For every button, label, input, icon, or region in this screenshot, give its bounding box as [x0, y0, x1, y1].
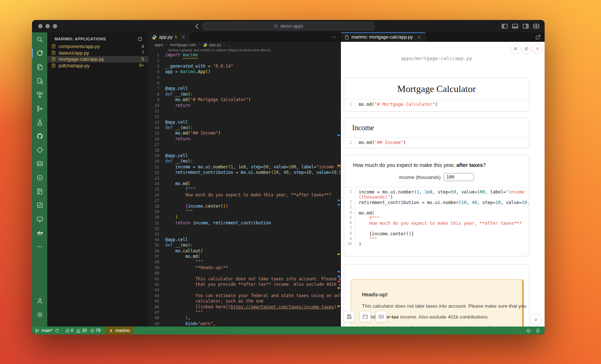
line-number: 1 [344, 189, 355, 195]
code-line: 14def __(mo): [148, 125, 341, 131]
activity-item-copy[interactable] [32, 60, 47, 74]
git-branch-item[interactable]: main* [32, 327, 62, 335]
copy-icon [36, 64, 43, 71]
activity-item-search[interactable] [32, 32, 47, 46]
breadcrumb-item[interactable]: apps [154, 43, 163, 47]
cell-code-line: 7 [344, 226, 529, 231]
activity-item-github[interactable] [32, 129, 47, 143]
line-number: 9 [148, 97, 165, 103]
income-input[interactable] [443, 173, 474, 181]
notifications-bell-icon[interactable] [536, 328, 540, 333]
breadcrumb-item[interactable]: app.py [209, 43, 222, 47]
line-content: retirement_contribution = mo.ui.number(1… [165, 170, 341, 175]
activity-item-account[interactable] [32, 294, 47, 308]
line-number: 43 [148, 287, 165, 293]
cell-code[interactable]: 1mo.md("## Income") [344, 137, 529, 147]
line-number: 28 [148, 204, 165, 209]
activity-item-run-circle[interactable] [32, 171, 47, 184]
tab-marimo-preview[interactable]: marimo: mortgage-calc/app.py [341, 32, 426, 42]
activity-item-marimo[interactable] [32, 46, 47, 60]
close-icon[interactable] [417, 35, 422, 40]
cell-code[interactable]: 1income = mo.ui.number(1, 1e8, step=50, … [344, 187, 529, 249]
activity-item-docker[interactable] [32, 226, 47, 240]
sidebar-file-components/app.py[interactable]: components/app.py4 [47, 43, 148, 50]
customize-layout-icon[interactable] [533, 23, 540, 29]
close-window-button[interactable] [38, 24, 43, 28]
file-name: dataviz/app.py [59, 50, 89, 56]
more-actions-icon[interactable] [331, 34, 337, 40]
line-content: """ [165, 310, 203, 315]
activity-item-checklist[interactable] [32, 198, 47, 212]
code-line: 20def __(mo): [148, 159, 341, 164]
minimize-window-button[interactable] [45, 24, 50, 28]
python-icon [203, 43, 207, 47]
chevron-right-icon [165, 43, 168, 47]
github-icon [36, 133, 43, 140]
refresh-icon[interactable] [137, 36, 143, 42]
activity-item-file-search[interactable] [32, 74, 47, 88]
zoom-window-button[interactable] [53, 24, 57, 28]
codelens-authors[interactable]: Akshay Agrawal, last month | 2 authors (… [148, 48, 341, 52]
line-content: that you provide **after-tax** income. A… [165, 282, 341, 287]
code-line: 21 income = mo.ui.number(1, 1e8, step=50… [148, 164, 341, 170]
line-content: You can estimate your federal and state … [165, 293, 341, 299]
settings-button[interactable] [521, 44, 532, 54]
activity-item-git-merge[interactable] [32, 101, 47, 115]
activity-item-remote-window[interactable] [32, 157, 47, 171]
save-button[interactable] [343, 311, 355, 322]
line-number: 3 [344, 205, 355, 210]
marimo-icon [36, 50, 43, 57]
activity-item-symbols[interactable] [32, 143, 47, 157]
code-line: 33 [148, 232, 341, 237]
marimo-status-item[interactable]: marimo [105, 327, 134, 335]
keyboard-shortcuts-button[interactable] [375, 311, 387, 322]
shutdown-button[interactable] [532, 44, 542, 54]
line-number: 6 [148, 80, 165, 86]
code-line: 42 that you provide **after-tax** income… [148, 282, 341, 287]
feedback-smiley-icon[interactable] [526, 328, 531, 333]
code-line: 35def __(mo): [148, 243, 341, 248]
close-icon[interactable] [181, 35, 186, 40]
command-center-search[interactable]: demo-apps [203, 22, 374, 30]
sidebar-file-pdfchat/app.py[interactable]: pdfchat/app.py9+ [47, 63, 148, 69]
code-line: 5 [148, 75, 341, 80]
activity-item-devices[interactable] [32, 212, 47, 226]
cell-code[interactable]: 1mo.md("# Mortgage Calculator") [344, 99, 529, 109]
breadcrumb-item[interactable]: ... [228, 43, 231, 47]
run-button[interactable] [530, 313, 542, 325]
line-number: 3 [148, 64, 165, 69]
activity-item-shapes[interactable] [32, 88, 47, 101]
problems-item[interactable]: 0 33 79 [62, 327, 105, 335]
beaker-icon [36, 119, 43, 126]
line-number: 37 [148, 254, 165, 259]
tab-app-py[interactable]: app.py 5 [148, 32, 190, 42]
activity-item-gear[interactable] [32, 308, 47, 321]
toggle-panel-icon[interactable] [512, 23, 518, 29]
app-window-icon [362, 314, 368, 320]
ruler-mark [338, 287, 340, 289]
code-line: 23 [148, 176, 341, 181]
line-content: retirement_contribution = mo.ui.number(1… [355, 200, 529, 205]
open-in-browser-icon[interactable] [535, 34, 541, 40]
menu-button[interactable] [510, 44, 521, 54]
cell-code-line: 9 """ [344, 237, 529, 242]
breadcrumb-item[interactable]: mortgage-calc [170, 43, 196, 47]
bolt-icon [109, 328, 114, 333]
sidebar-file-mortgage-calc/app.py[interactable]: mortgage-calc/app.py5 [47, 56, 148, 63]
sidebar-file-dataviz/app.py[interactable]: dataviz/app.py7 [47, 50, 148, 56]
line-content: {income.center()} [355, 231, 414, 236]
activity-item-more[interactable] [32, 240, 47, 253]
line-number: 30 [148, 215, 165, 220]
open-as-app-button[interactable] [359, 311, 371, 322]
activity-item-notebook[interactable] [32, 184, 47, 198]
activity-item-beaker[interactable] [32, 115, 47, 129]
toggle-secondary-sidebar-icon[interactable] [522, 23, 529, 29]
line-content: f""" [355, 216, 380, 221]
toggle-sidebar-icon[interactable] [501, 23, 508, 29]
line-content: ) [355, 242, 361, 247]
back-icon[interactable] [194, 23, 201, 30]
desktop-wallpaper: demo-apps MARIMO: APPLICATIONS component [0, 0, 601, 364]
code-editor[interactable]: Akshay Agrawal, last month | 2 authors (… [148, 48, 341, 327]
line-number: 32 [148, 226, 165, 231]
line-content: ), [165, 315, 190, 321]
